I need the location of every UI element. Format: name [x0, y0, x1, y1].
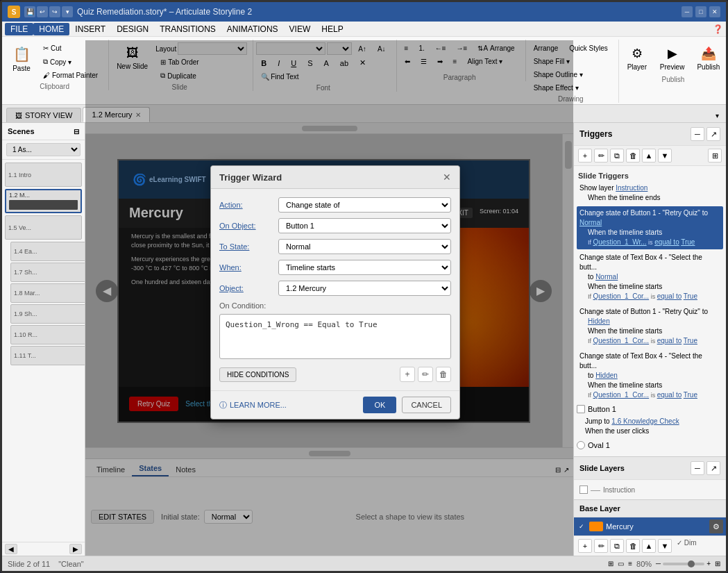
- condition-edit-btn[interactable]: ✏: [418, 367, 433, 382]
- trigger-delete-btn[interactable]: 🗑: [626, 149, 640, 163]
- menu-home[interactable]: HOME: [33, 23, 69, 35]
- modal-close-btn[interactable]: ✕: [443, 172, 451, 183]
- trigger-item-3[interactable]: Change state of Text Box 4 - "Select the…: [577, 251, 723, 304]
- slide-item-1-1[interactable]: 1.1 Intro: [5, 163, 82, 187]
- trigger-link-hidden-5[interactable]: Hidden: [595, 372, 618, 379]
- trigger-equal-4[interactable]: equal to: [657, 337, 682, 344]
- trigger-cond-link-4[interactable]: Question_1_Cor...: [593, 337, 650, 344]
- trigger-item-4[interactable]: Change state of Button 1 - "Retry Quiz" …: [577, 305, 723, 348]
- condition-text-area[interactable]: Question_1_Wrong == Equal to True: [219, 314, 451, 359]
- undo-btn[interactable]: ↩: [37, 6, 48, 17]
- when-select[interactable]: Timeline starts: [278, 260, 451, 275]
- trigger-cond-link-3[interactable]: Question_1_Cor...: [593, 292, 650, 300]
- base-layer-settings-btn[interactable]: ⚙: [709, 520, 723, 533]
- trigger-down-btn[interactable]: ▼: [658, 149, 672, 163]
- redo-btn[interactable]: ↪: [49, 6, 60, 17]
- view-stack-btn[interactable]: ≡: [628, 560, 632, 567]
- slide-item-1-11[interactable]: 1.11 T...: [10, 346, 85, 365]
- zoom-in-btn[interactable]: +: [706, 560, 711, 567]
- slide-item-1-7[interactable]: 1.7 Sh...: [10, 263, 85, 282]
- object-select[interactable]: 1.2 Mercury: [278, 281, 451, 296]
- slide-item-1-5[interactable]: 1.5 Ve...: [5, 215, 82, 240]
- layer-up-btn[interactable]: ▲: [642, 539, 656, 553]
- instruction-checkbox[interactable]: [579, 485, 588, 494]
- maximize-btn[interactable]: □: [695, 6, 706, 17]
- hide-conditions-btn[interactable]: HIDE CONDITIONS: [219, 367, 296, 382]
- trigger-link-hidden-4[interactable]: Hidden: [588, 317, 610, 325]
- publish-button[interactable]: 📤 Publish: [692, 42, 725, 74]
- trigger-val-5[interactable]: True: [684, 391, 697, 399]
- scene-scroll-down[interactable]: ▶: [69, 544, 82, 554]
- base-layer-item[interactable]: ✓ Mercury ⚙: [574, 517, 726, 535]
- trigger-link-instruction[interactable]: Instruction: [616, 184, 647, 192]
- menu-animations[interactable]: ANIMATIONS: [221, 23, 284, 35]
- fit-page-btn[interactable]: ⊞: [715, 560, 720, 567]
- triggers-popout-btn[interactable]: ↗: [706, 127, 720, 141]
- save-btn[interactable]: 💾: [24, 6, 35, 17]
- layer-edit-btn[interactable]: ✏: [594, 539, 608, 553]
- slide-item-1-9[interactable]: 1.9 Sh...: [10, 304, 85, 324]
- ok-button[interactable]: OK: [363, 397, 396, 413]
- condition-delete-btn[interactable]: 🗑: [436, 367, 451, 382]
- trigger-equal-3[interactable]: equal to: [657, 292, 682, 300]
- instruction-layer-item[interactable]: — Instruction: [577, 483, 723, 497]
- zoom-out-btn[interactable]: ─: [656, 560, 661, 567]
- trigger-condition-link-2[interactable]: Question_1_Wr...: [593, 238, 647, 246]
- base-layer-checkbox[interactable]: ✓: [577, 522, 586, 531]
- menu-transitions[interactable]: TRANSITIONS: [154, 23, 221, 35]
- tab-options[interactable]: ▾: [713, 109, 722, 122]
- trigger-condition-equal-2[interactable]: equal to: [654, 238, 679, 246]
- on-object-select[interactable]: Button 1: [278, 218, 451, 233]
- minimize-btn[interactable]: ─: [682, 6, 693, 17]
- slide-item-1-2[interactable]: 1.2 M...: [5, 189, 82, 213]
- trigger-equal-5[interactable]: equal to: [657, 391, 682, 399]
- zoom-slider[interactable]: [663, 563, 704, 565]
- scene-dropdown[interactable]: 1 As...: [6, 143, 81, 156]
- condition-add-btn[interactable]: +: [400, 367, 415, 382]
- layer-add-btn[interactable]: +: [578, 539, 592, 553]
- learn-more-link[interactable]: ⓘ LEARN MORE...: [219, 400, 287, 410]
- trigger-view-btn[interactable]: ⊞: [708, 149, 722, 163]
- trigger-item-2[interactable]: Change state of Button 1 - "Retry Quiz" …: [577, 206, 723, 249]
- action-select[interactable]: Change state of: [278, 197, 451, 213]
- menu-insert[interactable]: INSERT: [69, 23, 111, 35]
- triggers-collapse-btn[interactable]: ─: [691, 127, 704, 141]
- quick-access-btn[interactable]: ▾: [62, 6, 73, 17]
- trigger-link-normal[interactable]: Normal: [579, 219, 602, 226]
- layer-down-btn[interactable]: ▼: [658, 539, 672, 553]
- trigger-item-1[interactable]: Show layer Instruction When the timeline…: [577, 181, 723, 205]
- trigger-link-knowledge[interactable]: 1.6 Knowledge Check: [611, 417, 679, 425]
- view-grid-btn[interactable]: ⊞: [608, 560, 613, 567]
- tab-story-view[interactable]: 🖼 STORY VIEW: [6, 108, 81, 122]
- preview-button[interactable]: ▶ Preview: [655, 42, 690, 74]
- scene-scroll-up[interactable]: ◀: [5, 544, 17, 554]
- slide-item-1-10[interactable]: 1.10 R...: [10, 325, 85, 344]
- trigger-val-3[interactable]: True: [684, 292, 697, 300]
- scenes-collapse-icon[interactable]: ⊟: [74, 128, 79, 135]
- layers-popout-btn[interactable]: ↗: [706, 461, 720, 475]
- menu-design[interactable]: DESIGN: [111, 23, 154, 35]
- trigger-item-5[interactable]: Change state of Text Box 4 - "Select the…: [577, 349, 723, 402]
- view-slide-btn[interactable]: ▭: [618, 560, 624, 567]
- layers-collapse-btn[interactable]: ─: [691, 461, 704, 475]
- layer-copy-btn[interactable]: ⧉: [610, 539, 624, 553]
- to-state-select[interactable]: Normal: [278, 239, 451, 254]
- trigger-copy-btn[interactable]: ⧉: [610, 149, 624, 163]
- cancel-button[interactable]: CANCEL: [402, 397, 451, 413]
- player-button[interactable]: ⚙ Player: [622, 42, 652, 74]
- trigger-link-normal-3[interactable]: Normal: [595, 273, 618, 281]
- close-btn[interactable]: ✕: [709, 6, 720, 17]
- menu-help[interactable]: HELP: [316, 23, 348, 35]
- paste-button[interactable]: 📋 Paste: [6, 42, 37, 76]
- layer-delete-btn[interactable]: 🗑: [626, 539, 640, 553]
- trigger-up-btn[interactable]: ▲: [642, 149, 656, 163]
- menu-file[interactable]: FILE: [5, 23, 33, 35]
- trigger-val-4[interactable]: True: [684, 337, 697, 344]
- help-icon[interactable]: ❓: [713, 24, 723, 34]
- menu-view[interactable]: VIEW: [284, 23, 316, 35]
- slide-item-1-4-earth[interactable]: 1.4 Ea...: [10, 242, 85, 261]
- trigger-cond-link-5[interactable]: Question_1_Cor...: [593, 391, 650, 399]
- trigger-edit-btn[interactable]: ✏: [594, 149, 608, 163]
- slide-item-1-8[interactable]: 1.8 Mar...: [10, 283, 85, 303]
- trigger-item-6[interactable]: Jump to 1.6 Knowledge Check When the use…: [577, 415, 723, 438]
